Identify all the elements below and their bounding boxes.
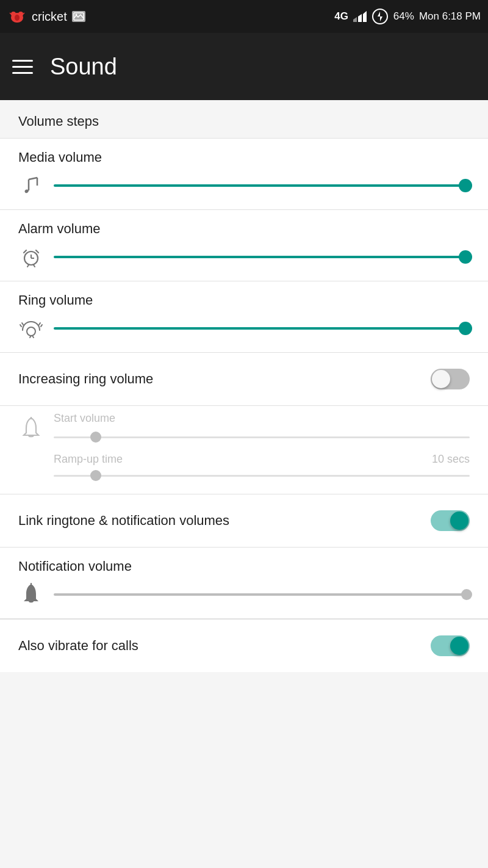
bell-icon-disabled: [18, 416, 44, 441]
svg-line-27: [39, 323, 40, 325]
volume-steps-label: Volume steps: [18, 114, 99, 129]
ring-volume-thumb: [459, 322, 472, 335]
menu-button[interactable]: [12, 60, 33, 74]
svg-point-3: [15, 15, 20, 21]
alarm-volume-label: Alarm volume: [18, 221, 470, 237]
link-ringtone-toggle[interactable]: [431, 510, 470, 531]
alarm-volume-track: [54, 256, 470, 258]
svg-line-19: [24, 250, 26, 253]
link-ringtone-row[interactable]: Link ringtone & notification volumes: [0, 494, 488, 548]
media-volume-track: [54, 184, 470, 187]
media-volume-thumb: [459, 179, 472, 192]
svg-line-22: [34, 265, 35, 267]
ramp-up-value: 10 secs: [432, 453, 470, 466]
increasing-ring-toggle[interactable]: [431, 369, 470, 389]
svg-point-11: [373, 9, 387, 24]
current-time: Mon 6:18 PM: [419, 10, 481, 23]
also-vibrate-knob: [450, 637, 468, 655]
increasing-ring-knob: [432, 370, 450, 388]
ringtone-icon: [18, 316, 44, 341]
notification-volume-row: Notification volume: [0, 548, 488, 619]
ring-volume-track: [54, 327, 470, 330]
notification-volume-label: Notification volume: [18, 559, 470, 574]
link-ringtone-label: Link ringtone & notification volumes: [18, 513, 229, 529]
svg-marker-8: [363, 11, 367, 22]
status-right: 4G 64% Mon 6:18 PM: [334, 8, 481, 25]
alarm-volume-slider[interactable]: [54, 247, 470, 267]
svg-line-25: [22, 323, 23, 325]
link-ringtone-knob: [450, 512, 468, 530]
ring-volume-label: Ring volume: [18, 292, 470, 308]
hamburger-line-2: [12, 66, 33, 68]
svg-line-14: [29, 178, 37, 179]
svg-point-2: [18, 12, 23, 16]
ramp-up-row: Ramp-up time 10 secs: [54, 453, 470, 466]
battery-percent: 64%: [393, 10, 414, 23]
alarm-volume-row: Alarm volume: [0, 210, 488, 281]
svg-point-1: [11, 12, 16, 16]
toolbar: Sound: [0, 33, 488, 100]
notification-volume-thumb: [461, 589, 472, 600]
notification-volume-slider[interactable]: [54, 585, 470, 604]
svg-line-24: [20, 325, 21, 327]
hamburger-line-1: [12, 60, 33, 62]
svg-line-29: [32, 336, 34, 338]
ring-volume-slider[interactable]: [54, 319, 470, 338]
media-volume-slider-row: [18, 173, 470, 198]
alarm-clock-icon: [18, 244, 44, 270]
status-left: cricket: [7, 7, 85, 26]
media-volume-slider[interactable]: [54, 176, 470, 195]
also-vibrate-label: Also vibrate for calls: [18, 638, 138, 654]
ring-volume-row: Ring volume: [0, 281, 488, 353]
increasing-ring-row[interactable]: Increasing ring volume: [0, 353, 488, 406]
svg-marker-10: [353, 17, 357, 22]
svg-point-23: [27, 327, 35, 336]
page-title: Sound: [50, 54, 117, 80]
svg-marker-9: [358, 14, 362, 22]
notification-volume-slider-row: [18, 582, 470, 607]
svg-line-26: [41, 325, 42, 327]
notification-bell-icon: [18, 582, 44, 607]
carrier-name: cricket: [32, 10, 67, 24]
notification-image-icon: [72, 11, 85, 22]
signal-icon: [353, 11, 367, 22]
svg-line-20: [36, 250, 38, 253]
hamburger-line-3: [12, 72, 33, 74]
content-area: Volume steps Media volume Alarm volume: [0, 100, 488, 672]
cricket-bug-icon: [7, 7, 27, 26]
start-volume-label: Start volume: [54, 412, 470, 425]
svg-line-21: [27, 265, 29, 267]
increasing-ring-label: Increasing ring volume: [18, 371, 153, 387]
media-volume-label: Media volume: [18, 150, 470, 165]
svg-marker-12: [378, 12, 382, 21]
notification-volume-track: [54, 593, 470, 596]
status-bar: cricket 4G 64% Mon 6:18 PM: [0, 0, 488, 33]
battery-charging-icon: [371, 8, 389, 25]
volume-steps-header: Volume steps: [0, 100, 488, 139]
media-volume-row: Media volume: [0, 139, 488, 210]
alarm-volume-slider-row: [18, 244, 470, 270]
also-vibrate-row[interactable]: Also vibrate for calls: [0, 619, 488, 672]
network-type: 4G: [334, 10, 348, 23]
ring-volume-slider-row: [18, 316, 470, 341]
also-vibrate-toggle[interactable]: [431, 635, 470, 656]
svg-point-7: [75, 14, 77, 16]
alarm-volume-thumb: [459, 250, 472, 264]
music-note-icon: [18, 173, 44, 198]
ramp-up-label: Ramp-up time: [54, 453, 123, 466]
start-volume-section: Start volume Ramp-up time 10 secs: [0, 406, 488, 494]
